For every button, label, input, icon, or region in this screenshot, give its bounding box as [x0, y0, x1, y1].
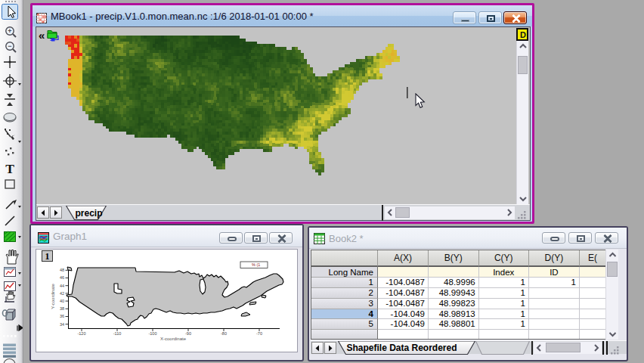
svg-text:−: − — [8, 42, 11, 50]
svg-text:48: 48 — [60, 268, 64, 272]
svg-text:-70: -70 — [256, 331, 262, 336]
svg-text:X-coordinate: X-coordinate — [160, 337, 187, 341]
svg-text:38: 38 — [60, 306, 64, 311]
svg-text:34: 34 — [60, 322, 64, 327]
svg-text:40: 40 — [60, 299, 64, 303]
svg-text:Shapefile Data Reordered: Shapefile Data Reordered — [347, 343, 457, 353]
svg-text:-120: -120 — [77, 331, 85, 336]
svg-text:36: 36 — [60, 314, 64, 318]
svg-text:-90: -90 — [185, 331, 191, 336]
svg-text:% (1: % (1 — [252, 262, 260, 267]
svg-text:44: 44 — [60, 284, 64, 288]
svg-text:-80: -80 — [221, 331, 227, 336]
svg-text:+: + — [8, 27, 11, 35]
svg-text:-100: -100 — [148, 331, 156, 336]
svg-text:46: 46 — [60, 275, 64, 280]
svg-text:precip: precip — [76, 208, 103, 219]
svg-text:Y-coordinate: Y-coordinate — [51, 284, 55, 309]
svg-text:T: T — [5, 161, 14, 176]
svg-text:42: 42 — [60, 291, 64, 296]
svg-text:-110: -110 — [113, 331, 122, 336]
